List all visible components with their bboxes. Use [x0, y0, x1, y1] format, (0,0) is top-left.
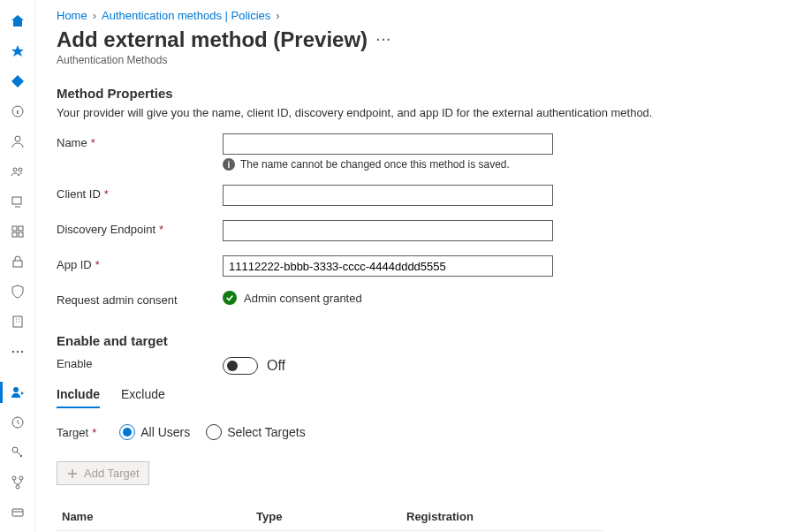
nav-info-icon[interactable] [0, 97, 35, 125]
nav-devices-icon[interactable] [0, 187, 35, 216]
add-target-button: Add Target [57, 461, 149, 485]
left-nav [0, 0, 35, 532]
svg-point-13 [20, 351, 22, 353]
app-id-input[interactable] [223, 255, 553, 277]
nav-building-icon[interactable] [0, 308, 35, 336]
svg-point-11 [11, 351, 13, 353]
required-marker: * [159, 223, 163, 236]
section-target-heading: Enable and target [57, 333, 775, 348]
plus-icon [66, 467, 79, 480]
nav-gear-icon[interactable] [0, 528, 35, 532]
enable-state: Off [267, 358, 285, 374]
nav-apps-icon[interactable] [0, 217, 35, 246]
svg-rect-4 [12, 197, 21, 204]
nav-lock-icon[interactable] [0, 247, 35, 276]
target-label: Target [57, 426, 88, 439]
svg-rect-6 [19, 226, 23, 231]
nav-people-icon[interactable] [0, 157, 35, 186]
field-client-id: Client ID* [57, 185, 775, 206]
required-marker: * [95, 258, 100, 271]
name-input[interactable] [223, 133, 553, 155]
nav-auth-methods-icon[interactable] [0, 378, 35, 407]
required-marker: * [104, 187, 109, 201]
nav-key-icon[interactable] [0, 438, 35, 467]
chevron-right-icon: › [93, 9, 96, 22]
required-marker: * [91, 136, 95, 149]
targets-table: Name Type Registration All Users Group O… [57, 503, 604, 532]
field-name: Name* i The name cannot be changed once … [57, 133, 775, 171]
tab-exclude[interactable]: Exclude [121, 387, 165, 408]
nav-star-icon[interactable] [0, 37, 35, 65]
nav-diamond-icon[interactable] [0, 67, 35, 95]
check-circle-icon [223, 291, 237, 305]
svg-rect-7 [12, 232, 17, 237]
th-registration: Registration [401, 503, 551, 531]
target-row: Target* All Users Select Targets [57, 424, 775, 440]
th-name: Name [57, 503, 251, 531]
svg-point-2 [13, 168, 17, 171]
breadcrumb-policies[interactable]: Authentication methods | Policies [102, 9, 270, 22]
nav-clock-icon[interactable] [0, 408, 35, 437]
svg-rect-5 [12, 226, 17, 231]
section-properties-description: Your provider will give you the name, cl… [57, 106, 775, 119]
svg-point-18 [19, 476, 23, 480]
info-icon: i [223, 158, 235, 171]
field-consent: Request admin consent Admin consent gran… [57, 291, 775, 307]
nav-branch-icon[interactable] [0, 468, 35, 497]
nav-person-icon[interactable] [0, 127, 35, 156]
target-tabs: Include Exclude [57, 387, 775, 408]
svg-point-1 [15, 136, 20, 141]
discovery-label: Discovery Endpoint [57, 223, 155, 236]
app-id-label: App ID [57, 258, 92, 271]
consent-status: Admin consent granted [244, 292, 362, 305]
breadcrumb: Home › Authentication methods | Policies… [57, 9, 775, 22]
radio-all-users[interactable]: All Users [119, 424, 190, 440]
section-properties-heading: Method Properties [57, 86, 775, 101]
tab-include[interactable]: Include [57, 387, 100, 408]
nav-home-icon[interactable] [0, 7, 35, 35]
svg-point-17 [12, 476, 16, 480]
client-id-label: Client ID [57, 187, 101, 201]
name-label: Name [57, 136, 87, 149]
more-actions-icon[interactable]: ··· [376, 33, 392, 47]
nav-card-icon[interactable] [0, 498, 35, 527]
name-hint: i The name cannot be changed once this m… [223, 158, 553, 171]
page-subtitle: Authentication Methods [57, 54, 775, 66]
svg-point-3 [19, 168, 22, 171]
nav-shield-icon[interactable] [0, 277, 35, 306]
main-content: Home › Authentication methods | Policies… [35, 0, 796, 532]
svg-rect-8 [19, 232, 23, 237]
svg-point-12 [16, 351, 18, 353]
svg-point-14 [13, 387, 19, 392]
page-title-row: Add external method (Preview) ··· [57, 27, 775, 52]
field-discovery: Discovery Endpoint* [57, 220, 775, 241]
field-app-id: App ID* [57, 255, 775, 277]
discovery-input[interactable] [223, 220, 553, 241]
page-title: Add external method (Preview) [57, 27, 368, 52]
client-id-input[interactable] [223, 185, 553, 206]
th-type: Type [251, 503, 401, 531]
svg-rect-10 [13, 316, 22, 327]
svg-point-19 [16, 485, 19, 489]
enable-label: Enable [57, 357, 92, 370]
svg-rect-20 [12, 509, 23, 516]
radio-select-targets[interactable]: Select Targets [206, 424, 305, 440]
consent-label: Request admin consent [57, 293, 178, 307]
enable-toggle[interactable] [223, 357, 258, 375]
chevron-right-icon: › [276, 9, 279, 22]
required-marker: * [92, 426, 96, 439]
field-enable: Enable Off [57, 357, 775, 375]
svg-rect-9 [13, 261, 22, 267]
nav-more-icon[interactable] [0, 338, 35, 366]
breadcrumb-home[interactable]: Home [57, 9, 87, 22]
